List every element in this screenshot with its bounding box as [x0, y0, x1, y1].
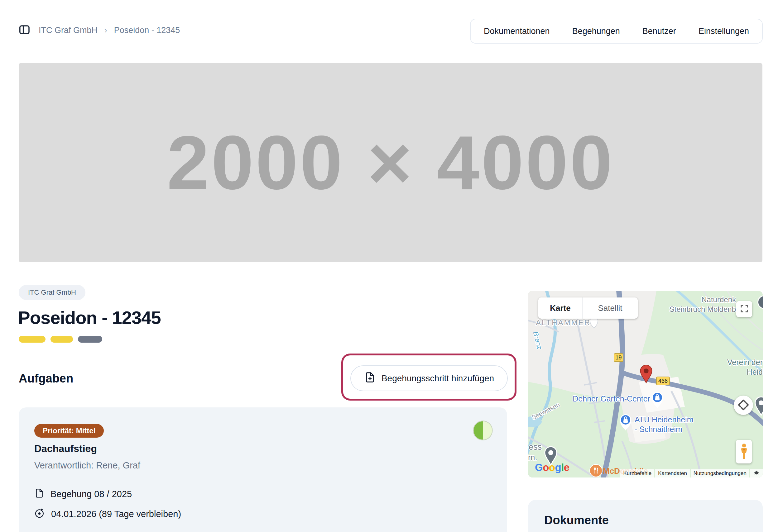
- map-type-control: Karte Satellit: [538, 297, 638, 319]
- report-error-button[interactable]: [750, 469, 763, 477]
- placeholder-dimensions-text: 2000 × 4000: [167, 119, 614, 206]
- task-responsible: Verantwortlich: Rene, Graf: [34, 460, 140, 471]
- tasks-section-heading: Aufgaben: [19, 372, 73, 385]
- fullscreen-icon: [740, 304, 749, 314]
- file-plus-icon: [364, 371, 376, 385]
- restaurant-poi-icon[interactable]: [590, 464, 603, 477]
- dehner-poi-icon[interactable]: [650, 390, 664, 410]
- location-marker-pin[interactable]: [639, 364, 653, 385]
- priority-badge: Priorität: Mittel: [34, 424, 104, 438]
- map-label-atu[interactable]: ATU Heidenheim - Schnaitheim: [635, 415, 694, 434]
- add-inspection-step-button[interactable]: Begehungsschritt hinzufügen: [351, 365, 508, 391]
- map-label-verein: Verein der Heid: [712, 358, 763, 377]
- map-label-partial-m: m.: [528, 453, 537, 462]
- keyboard-shortcuts-link[interactable]: Kurzbefehle: [620, 469, 654, 477]
- map-view-button[interactable]: Karte: [538, 297, 582, 319]
- route-badge-466: 466: [656, 376, 670, 385]
- map-label-dehner[interactable]: Dehner Garten-Center: [565, 394, 650, 404]
- atu-poi-icon[interactable]: [619, 413, 632, 432]
- task-deadline-label: 04.01.2026 (89 Tage verbleiben): [51, 509, 181, 519]
- page: ITC Graf GmbH › Poseidon - 12345 Dokumen…: [0, 0, 778, 532]
- terms-link[interactable]: Nutzungsbedingungen: [691, 469, 749, 477]
- nav-item-begehungen[interactable]: Begehungen: [570, 26, 622, 36]
- progress-segment: [78, 336, 102, 343]
- task-card[interactable]: Priorität: Mittel Dachaufstieg Verantwor…: [19, 408, 507, 532]
- map-label-district: ALTHAMMER: [536, 318, 591, 327]
- progress-segment: [51, 336, 73, 343]
- deadline-timer-icon: [34, 508, 45, 521]
- satellite-view-button[interactable]: Satellit: [582, 297, 638, 319]
- map-label-nature: Naturdenk Steinbruch Moldenb: [651, 295, 736, 314]
- breadcrumb-separator-icon: ›: [104, 25, 107, 35]
- priority-badge-label: Priorität: Mittel: [43, 426, 95, 435]
- add-inspection-step-label: Begehungsschritt hinzufügen: [382, 373, 494, 383]
- nav-item-einstellungen[interactable]: Einstellungen: [696, 26, 752, 36]
- breadcrumb: ITC Graf GmbH › Poseidon - 12345: [38, 25, 180, 35]
- google-logo[interactable]: Google: [535, 462, 569, 473]
- project-progress-indicator: [19, 336, 102, 343]
- documents-card: Dokumente: [528, 500, 763, 532]
- task-progress-circle: [473, 420, 493, 441]
- task-inspection-label: Begehung 08 / 2025: [51, 489, 132, 499]
- map-label-partial-ess: ess: [529, 442, 542, 452]
- map-attribution-bar: Kurzbefehle Kartendaten Nutzungsbedingun…: [620, 469, 763, 477]
- company-chip-label: ITC Graf GmbH: [28, 288, 76, 296]
- progress-segment: [19, 336, 46, 343]
- task-title: Dachaufstieg: [34, 443, 97, 454]
- nav-item-dokumentationen[interactable]: Dokumentationen: [481, 26, 552, 36]
- documents-section-heading: Dokumente: [544, 514, 609, 527]
- street-view-pegman-button[interactable]: [736, 440, 752, 463]
- map-data-link[interactable]: Kartendaten: [655, 469, 690, 477]
- panel-left-icon: [18, 23, 30, 37]
- task-deadline-row: 04.01.2026 (89 Tage verbleiben): [34, 508, 181, 521]
- pan-arrows-icon: [734, 395, 753, 416]
- task-inspection-row: Begehung 08 / 2025: [34, 488, 132, 501]
- gray-poi-pin-edge: [754, 396, 763, 417]
- nav-item-benutzer[interactable]: Benutzer: [640, 26, 679, 36]
- google-map[interactable]: Naturdenk Steinbruch Moldenb ALTHAMMER B…: [528, 291, 763, 477]
- pan-control[interactable]: [734, 395, 753, 415]
- hero-placeholder-image: 2000 × 4000: [19, 63, 762, 262]
- report-error-bug-icon: [753, 469, 760, 477]
- pegman-icon: [739, 443, 749, 461]
- company-chip: ITC Graf GmbH: [19, 285, 85, 300]
- breadcrumb-company[interactable]: ITC Graf GmbH: [38, 25, 97, 35]
- fullscreen-button[interactable]: [736, 301, 752, 317]
- route-badge-19: 19: [614, 353, 623, 362]
- page-title: Poseidon - 12345: [18, 307, 161, 328]
- document-icon: [34, 488, 44, 501]
- breadcrumb-current[interactable]: Poseidon - 12345: [114, 25, 180, 35]
- sidebar-toggle-button[interactable]: [17, 23, 31, 37]
- top-navigation: Dokumentationen Begehungen Benutzer Eins…: [470, 19, 763, 43]
